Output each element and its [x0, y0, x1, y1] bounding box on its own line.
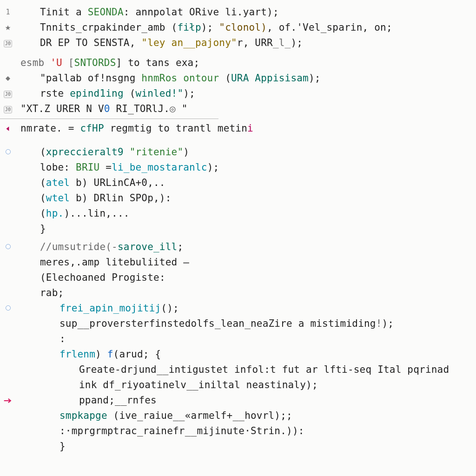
code-line[interactable]: frei_apin_mojitij();: [0, 301, 476, 316]
token: hp.: [46, 208, 64, 219]
code-line[interactable]: Tnnits_crpakinder_amb (fiłp); "clonol), …: [0, 20, 476, 35]
token: URLinCA+0: [94, 177, 148, 188]
token: ORive: [189, 7, 219, 18]
code-line[interactable]: Greate-drjund__intigustet infol:t fut ar…: [0, 362, 476, 377]
code-line-content[interactable]: Tnnits_crpakinder_amb (fiłp); "clonol), …: [16, 20, 476, 35]
code-line[interactable]: (xpreccieralt9 "ritenie"): [0, 145, 476, 160]
token: li.yart);: [219, 7, 278, 18]
code-line-content[interactable]: meres,.amp litebuliited –: [16, 255, 476, 270]
token: !nsgng: [99, 73, 141, 84]
code-line[interactable]: 1Tinit a SEONDA: annpolat ORive li.yart)…: [0, 5, 476, 20]
code-line-content[interactable]: lobe: BRIU =li_be_mostaranlc);: [16, 160, 476, 175]
code-line-content[interactable]: smpkapge (ive_raiue__«armelf+__hovrl);;: [16, 408, 476, 423]
code-line[interactable]: sup__proversterfinstedolfs_lean_neaZire …: [0, 316, 476, 331]
token: Tnnits_crpakinder_amb: [40, 22, 172, 33]
code-line[interactable]: (hp.)...lin,...: [0, 206, 476, 221]
code-line[interactable]: ppand;__rnfes: [0, 393, 476, 408]
code-line-content[interactable]: esmb 'U [SNTORDS] to tans exa;: [16, 55, 476, 71]
gutter-badge-text: J0: [4, 40, 12, 47]
code-line[interactable]: "pallab of!nsgng hnmRos ontour (URA Appi…: [0, 71, 476, 86]
code-line[interactable]: ink df_riyoatinelv__iniltal neastinaly);: [0, 377, 476, 393]
code-line[interactable]: J0DR EP TO SENSTA, "ley an__pajony"r, UR…: [0, 35, 476, 51]
token: arud: [119, 349, 143, 360]
token: Elechoaned: [46, 272, 112, 283]
code-line[interactable]: frlenm) f(arud; {: [0, 347, 476, 362]
token: sarove_ill: [118, 241, 177, 252]
code-line[interactable]: //umsutride(-sarove_ill;: [0, 239, 476, 255]
code-line[interactable]: (Elechoaned Progiste:: [0, 270, 476, 285]
breakpoint-empty-icon[interactable]: [0, 239, 16, 255]
code-line[interactable]: :·mprgrmptrac_rainefr__mijinute·Strin.))…: [0, 423, 476, 439]
caret-left-icon[interactable]: [0, 121, 16, 136]
token: Greate-drjund__intigustet infol:t fut ar…: [79, 364, 449, 375]
code-line-content[interactable]: DR EP TO SENSTA, "ley an__pajony"r, URR_…: [16, 35, 476, 51]
circle-icon: [6, 305, 11, 311]
token: URA Appisisam: [231, 73, 309, 84]
code-line-content[interactable]: (xpreccieralt9 "ritenie"): [16, 145, 476, 160]
code-line-content[interactable]: (wtel b) DRlin SPOp,):: [16, 191, 476, 206]
gutter-badge[interactable]: J0: [0, 101, 16, 117]
code-line-content[interactable]: (hp.)...lin,...: [16, 206, 476, 221]
code-line-content[interactable]: nmrate. = cfHP regmtig to trantl metini: [16, 121, 476, 136]
code-line-content[interactable]: frlenm) f(arud; {: [16, 347, 476, 362]
token: hnmRos ontour: [141, 73, 225, 84]
code-line-content[interactable]: "XT.Z URER N V0 RI_TORlJ.◎ ": [16, 101, 476, 117]
star-icon[interactable]: [0, 20, 16, 35]
code-line[interactable]: (wtel b) DRlin SPOp,):: [0, 191, 476, 206]
diamond-icon[interactable]: [0, 71, 16, 86]
code-line-content[interactable]: rab;: [16, 285, 476, 301]
code-line-content[interactable]: Tinit a SEONDA: annpolat ORive li.yart);: [16, 5, 476, 20]
code-line-content[interactable]: rste epind1ing (winled!");: [16, 86, 476, 101]
code-line-content[interactable]: :·mprgrmptrac_rainefr__mijinute·Strin.))…: [16, 423, 476, 439]
code-line-content[interactable]: }: [16, 439, 476, 454]
code-line[interactable]: smpkapge (ive_raiue__«armelf+__hovrl);;: [0, 408, 476, 423]
code-line[interactable]: (atel b) URLinCA+0,..: [0, 175, 476, 191]
code-line-content[interactable]: (Elechoaned Progiste:: [16, 270, 476, 285]
code-line[interactable]: lobe: BRIU =li_be_mostaranlc);: [0, 160, 476, 175]
token: regmtig to trantl metin: [104, 123, 247, 134]
arrow-right-icon[interactable]: [0, 393, 16, 408]
breakpoint-empty-icon[interactable]: [0, 301, 16, 316]
code-line[interactable]: }: [0, 439, 476, 454]
token: rste: [40, 88, 70, 99]
code-line-content[interactable]: ink df_riyoatinelv__iniltal neastinaly);: [16, 377, 476, 393]
token: winled!": [136, 88, 184, 99]
token: );;: [274, 410, 292, 421]
token: frlenm: [60, 349, 95, 360]
code-line-content[interactable]: "pallab of!nsgng hnmRos ontour (URA Appi…: [16, 71, 476, 86]
code-line[interactable]: J0"XT.Z URER N V0 RI_TORlJ.◎ ": [0, 101, 476, 117]
code-line-content[interactable]: frei_apin_mojitij();: [16, 301, 476, 316]
token: );: [309, 73, 321, 84]
code-line[interactable]: rab;: [0, 285, 476, 301]
code-line[interactable]: }: [0, 221, 476, 237]
code-line[interactable]: nmrate. = cfHP regmtig to trantl metini: [0, 121, 476, 136]
code-line-content[interactable]: //umsutride(-sarove_ill;: [16, 239, 476, 255]
line-number[interactable]: 1: [0, 5, 16, 20]
code-line[interactable]: meres,.amp litebuliited –: [0, 255, 476, 270]
gutter-badge[interactable]: J0: [0, 35, 16, 51]
code-line-content[interactable]: sup__proversterfinstedolfs_lean_neaZire …: [16, 316, 476, 331]
token: rab;: [40, 287, 64, 298]
token: =: [99, 162, 112, 173]
token: b): [76, 192, 94, 204]
code-line[interactable]: :: [0, 331, 476, 347]
token: ;: [177, 241, 183, 252]
code-line-content[interactable]: (atel b) URLinCA+0,..: [16, 175, 476, 191]
token: ] to tans exa;: [116, 57, 200, 68]
token: (: [40, 272, 46, 283]
token: Progiste: [112, 272, 159, 283]
gutter-badge[interactable]: J0: [0, 86, 16, 101]
code-line[interactable]: esmb 'U [SNTORDS] to tans exa;: [0, 55, 476, 71]
code-line[interactable]: J0rste epind1ing (winled!");: [0, 86, 476, 101]
code-editor[interactable]: 1Tinit a SEONDA: annpolat ORive li.yart)…: [0, 0, 476, 476]
token: }: [40, 223, 46, 234]
code-line-content[interactable]: :: [16, 331, 476, 347]
token: lobe:: [40, 162, 76, 173]
code-line-content[interactable]: ppand;__rnfes: [16, 393, 476, 408]
breakpoint-empty-icon[interactable]: [0, 145, 16, 160]
code-line-content[interactable]: Greate-drjund__intigustet infol:t fut ar…: [16, 362, 476, 377]
token: DRlin SPOp: [94, 192, 153, 204]
code-line-content[interactable]: }: [16, 221, 476, 237]
gutter-badge-text: J0: [4, 106, 12, 113]
token: "clonol): [219, 22, 267, 33]
